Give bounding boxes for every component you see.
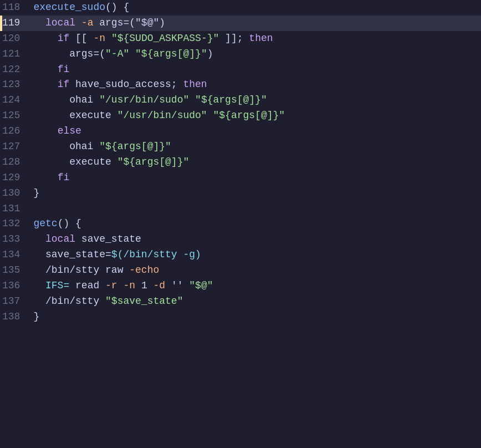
token-plain: () {	[58, 218, 81, 229]
code-line: 131	[0, 201, 481, 217]
code-content: IFS= read -r -n 1 -d '' "$@"	[29, 278, 481, 294]
token-plain: args=("$@")	[93, 17, 165, 28]
code-line: 132getc() {	[0, 216, 481, 232]
line-number: 131	[0, 201, 29, 217]
token-plain: () {	[105, 2, 129, 13]
token-plain: save_state=	[33, 249, 111, 260]
token-kw: fi	[58, 64, 70, 75]
code-content: }	[29, 186, 481, 201]
token-plain: ''	[165, 280, 189, 291]
token-plain	[33, 172, 57, 183]
line-number: 123	[0, 77, 29, 93]
line-number: 121	[0, 47, 29, 62]
code-line: 125 execute "/usr/bin/sudo" "${args[@]}"	[0, 108, 481, 124]
code-content	[29, 201, 481, 217]
line-number: 127	[0, 139, 29, 155]
line-number: 118	[0, 0, 29, 16]
token-kw: local	[45, 233, 75, 245]
code-line: 134 save_state=$(/bin/stty -g)	[0, 247, 481, 263]
token-plain	[33, 280, 45, 291]
token-plain: )	[207, 48, 213, 59]
token-plain	[189, 94, 195, 105]
token-kw: then	[183, 79, 207, 90]
token-plain: args=(	[33, 48, 105, 59]
token-str: "${args[@]}"	[117, 156, 190, 167]
code-content: /bin/stty "$save_state"	[29, 294, 481, 309]
code-content: fi	[29, 62, 481, 78]
line-number: 119	[0, 16, 29, 31]
code-line: 127 ohai "${args[@]}"	[0, 139, 481, 155]
line-number: 130	[0, 186, 29, 201]
token-plain	[33, 125, 57, 136]
line-number: 135	[0, 263, 29, 278]
token-str: "${SUDO_ASKPASS-}"	[111, 33, 219, 44]
token-fn: execute_sudo	[33, 2, 105, 13]
code-line: 136 IFS= read -r -n 1 -d '' "$@"	[0, 278, 481, 294]
token-kw: then	[249, 33, 273, 44]
token-plain	[75, 17, 81, 28]
line-number: 129	[0, 170, 29, 186]
token-str: "-A"	[105, 48, 129, 59]
code-content: ohai "/usr/bin/sudo" "${args[@]}"	[29, 93, 481, 108]
token-plain: }	[33, 187, 39, 198]
code-content: fi	[29, 170, 481, 186]
code-editor: 118execute_sudo() {119 local -a args=("$…	[0, 0, 481, 325]
token-fn: getc	[33, 218, 57, 229]
token-flag: -d	[153, 280, 165, 291]
token-var: $(/bin/stty -g)	[111, 249, 201, 260]
code-line: 129 fi	[0, 170, 481, 186]
line-number: 120	[0, 31, 29, 47]
line-number: 138	[0, 309, 29, 325]
code-line: 137 /bin/stty "$save_state"	[0, 294, 481, 309]
token-str: "${args[@]}"	[135, 48, 207, 59]
token-plain: ]];	[219, 33, 249, 44]
code-content: args=("-A" "${args[@]}")	[29, 47, 481, 62]
token-str: "$@"	[189, 280, 213, 291]
token-plain	[33, 79, 57, 90]
code-line: 128 execute "${args[@]}"	[0, 155, 481, 170]
token-flag: -a	[81, 17, 94, 28]
line-number: 132	[0, 216, 29, 232]
token-flag: -echo	[129, 264, 159, 276]
token-kw: local	[45, 17, 75, 28]
token-plain: [[	[69, 33, 93, 44]
code-content: local save_state	[29, 232, 481, 247]
token-plain	[33, 64, 57, 75]
token-str: "${args[@]}"	[99, 141, 171, 152]
code-content: execute "${args[@]}"	[29, 155, 481, 170]
code-content: if [[ -n "${SUDO_ASKPASS-}" ]]; then	[29, 31, 481, 47]
code-line: 130}	[0, 186, 481, 201]
line-number: 126	[0, 124, 29, 139]
line-number: 125	[0, 108, 29, 124]
token-str: "$save_state"	[105, 296, 183, 307]
code-line: 126 else	[0, 124, 481, 139]
code-line: 133 local save_state	[0, 232, 481, 247]
token-kw: else	[58, 125, 81, 136]
token-plain: 1	[135, 280, 153, 291]
token-plain	[33, 17, 45, 28]
token-plain: }	[33, 311, 39, 322]
code-content: save_state=$(/bin/stty -g)	[29, 247, 481, 263]
code-content: local -a args=("$@")	[29, 16, 481, 31]
token-plain	[207, 110, 213, 121]
code-content: if have_sudo_access; then	[29, 77, 481, 93]
code-content: execute_sudo() {	[29, 0, 481, 16]
code-line: 122 fi	[0, 62, 481, 78]
code-line: 123 if have_sudo_access; then	[0, 77, 481, 93]
token-plain: execute	[33, 110, 117, 121]
token-str: "/usr/bin/sudo"	[117, 110, 207, 121]
code-content: execute "/usr/bin/sudo" "${args[@]}"	[29, 108, 481, 124]
code-content: }	[29, 309, 481, 325]
line-number: 134	[0, 247, 29, 263]
token-plain: read	[69, 280, 105, 291]
token-plain: ohai	[33, 94, 99, 105]
line-number: 137	[0, 294, 29, 309]
code-content: getc() {	[29, 216, 481, 232]
token-var: IFS=	[45, 280, 69, 291]
line-number: 122	[0, 62, 29, 78]
code-line: 119 local -a args=("$@")	[0, 16, 481, 31]
token-plain: execute	[33, 156, 117, 167]
token-str: "/usr/bin/sudo"	[99, 94, 189, 105]
token-plain	[117, 280, 124, 291]
token-plain	[105, 33, 111, 44]
